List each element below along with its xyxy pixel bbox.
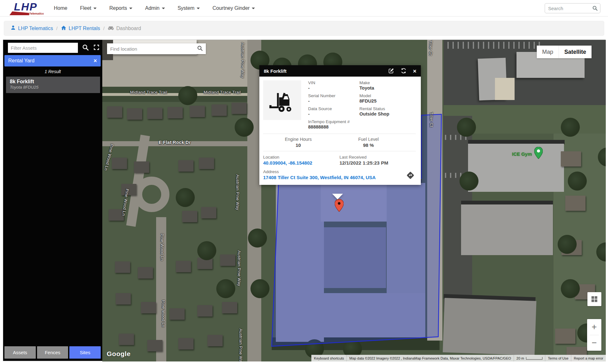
nav-item-home[interactable]: Home (54, 5, 67, 11)
last-received-value: 12/1/2022 1:25:23 PM (339, 160, 416, 166)
nav-item-user-menu[interactable]: Courtney Ginder (212, 5, 255, 11)
tab-assets[interactable]: Assets (4, 346, 36, 359)
filter-row (8, 43, 100, 53)
green-map-pin[interactable] (534, 147, 543, 160)
close-icon[interactable]: × (413, 68, 416, 74)
popup-left-column: VIN- Serial Number- Data Source- InTempo… (308, 80, 359, 132)
asset-title: 8k Forklift (10, 79, 96, 85)
model-label: Model (359, 93, 416, 98)
engine-hours-value: 10 (263, 142, 333, 148)
asset-subtitle: Toyota 8FDU25 (10, 85, 96, 90)
vin-label: VIN (308, 80, 359, 85)
search-icon[interactable] (592, 5, 598, 12)
last-received-label: Last Received (339, 155, 416, 160)
make-label: Make (359, 80, 416, 85)
model-value: 8FDU25 (359, 98, 416, 104)
filter-search-icon[interactable] (82, 44, 89, 52)
rental-status-value: Outside Shop (359, 111, 416, 116)
popup-tail (332, 194, 343, 199)
global-search (545, 3, 600, 13)
breadcrumb-lhpt-rentals[interactable]: LHPT Rentals (61, 25, 100, 32)
caret-down-icon (93, 8, 97, 9)
nav-item-admin[interactable]: Admin (145, 5, 165, 11)
satellite-map[interactable]: Midland Trace Trail Midland Trace Trail … (102, 40, 606, 361)
filter-assets-input[interactable] (8, 43, 78, 53)
find-location-box (107, 43, 206, 54)
breadcrumb-separator: / (103, 26, 104, 31)
asset-info-popup: 8k Forklift × (259, 65, 421, 185)
nav-item-reports[interactable]: Reports (109, 5, 132, 11)
street-label: Austrian Pine Way (241, 42, 245, 78)
close-icon[interactable]: × (93, 58, 97, 64)
make-value: Toyota (359, 85, 416, 91)
address-label: Address (263, 169, 416, 174)
tab-fences[interactable]: Fences (37, 346, 68, 359)
fullscreen-icon[interactable] (93, 44, 100, 52)
caret-down-icon (252, 8, 255, 9)
caret-down-icon (197, 8, 200, 9)
scale-bar (526, 357, 542, 360)
last-received-block: Last Received 12/1/2022 1:25:23 PM (339, 155, 416, 166)
map-type-map[interactable]: Map (537, 46, 559, 58)
zoom-in-button[interactable]: + (587, 319, 601, 335)
map-data-text: Map data ©2022 Imagery ©2022 , IndianaMa… (346, 355, 513, 361)
popup-header: 8k Forklift × (259, 65, 421, 77)
zoom-control: + − (587, 319, 601, 351)
serial-label: Serial Number (308, 93, 359, 98)
breadcrumb-separator: / (56, 26, 58, 31)
zoom-out-button[interactable]: − (587, 335, 601, 351)
logo-text: LHP (14, 1, 37, 13)
report-map-error-link[interactable]: Report a map error (571, 355, 606, 361)
red-asset-marker[interactable] (335, 199, 344, 213)
address-block: Address 17408 Tiller Ct Suite 300, Westf… (263, 166, 416, 180)
location-block: Location 40.039004, -86.154802 (263, 155, 339, 166)
dashboard-main: Rental Yard × 1 Result 8k Forklift Toyot… (3, 40, 605, 361)
street-label: Tiller Ct (429, 112, 434, 127)
popup-title: 8k Forklift (264, 68, 287, 74)
street-label: Midland Trace Trail (130, 90, 167, 95)
map-attribution: Keyboard shortcuts Map data ©2022 Imager… (311, 355, 606, 361)
fuel-level-label: Fuel Level (333, 137, 404, 142)
rental-yard-header[interactable]: Rental Yard × (4, 55, 101, 66)
refresh-icon[interactable] (401, 68, 407, 74)
tab-sites[interactable]: Sites (69, 346, 101, 359)
poi-label-ice-gym: ICE Gym (512, 151, 532, 157)
car-icon (108, 25, 114, 32)
address-link[interactable]: 17408 Tiller Ct Suite 300, Westfield, IN… (263, 175, 376, 180)
keyboard-shortcuts-link[interactable]: Keyboard shortcuts (311, 355, 347, 361)
street-label: Austrian Pine Way (237, 250, 242, 286)
asset-list-item[interactable]: 8k Forklift Toyota 8FDU25 (6, 77, 100, 93)
intempo-value: 88888888 (308, 124, 359, 129)
directions-icon[interactable] (406, 171, 415, 180)
edit-icon[interactable] (388, 68, 394, 74)
breadcrumb: LHP Telematics / LHPT Rentals / Dashboar… (4, 21, 604, 36)
location-link[interactable]: 40.039004, -86.154802 (263, 160, 312, 166)
home-icon (61, 25, 66, 32)
forklift-image (263, 80, 301, 120)
location-label: Location (263, 155, 339, 160)
street-label: Tiller Ct (428, 41, 433, 56)
person-icon (10, 25, 16, 32)
nav-item-system[interactable]: System (178, 5, 200, 11)
top-navigation-bar: LHP Telematics Home Fleet Reports Admin … (0, 0, 608, 16)
nav-item-fleet[interactable]: Fleet (80, 5, 97, 11)
google-logo[interactable]: Google (107, 350, 130, 358)
search-icon[interactable] (197, 45, 203, 53)
sidebar-tabs: Assets Fences Sites (4, 346, 101, 359)
terms-of-use-link[interactable]: Terms of Use (545, 355, 571, 361)
find-location-input[interactable] (107, 44, 197, 53)
map-tiles-button[interactable] (587, 292, 601, 306)
nav-menu: Home Fleet Reports Admin System Courtney… (54, 0, 255, 16)
street-label: E Flat Rock Dr (159, 140, 191, 145)
street-label: Austrian Pine Way (238, 329, 243, 361)
street-label: Pine Wood Ln (160, 234, 165, 261)
map-scale: 20 m (514, 355, 545, 361)
data-source-label: Data Source (308, 106, 359, 111)
intempo-label: InTempo Equipment # (308, 119, 359, 124)
caret-down-icon (162, 8, 165, 9)
breadcrumb-lhp-telematics[interactable]: LHP Telematics (10, 25, 53, 32)
data-source-value: - (308, 111, 359, 116)
fuel-level-value: 98 % (333, 142, 404, 148)
lhp-logo[interactable]: LHP Telematics (10, 1, 48, 16)
map-type-satellite[interactable]: Satellite (559, 46, 592, 58)
